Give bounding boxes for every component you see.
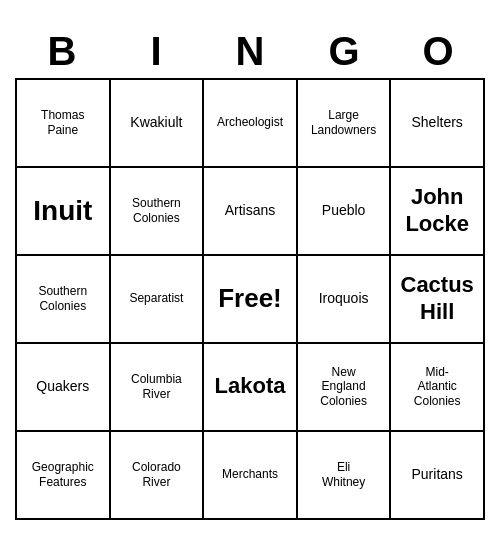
cell-11: Separatist (111, 256, 205, 344)
cell-16: ColumbiaRiver (111, 344, 205, 432)
cell-8: Pueblo (298, 168, 392, 256)
bingo-grid: ThomasPaine Kwakiult Archeologist LargeL… (15, 78, 485, 520)
header-n: N (206, 29, 294, 74)
cell-13: Iroquois (298, 256, 392, 344)
cell-12-free: Free! (204, 256, 298, 344)
header-i: I (112, 29, 200, 74)
cell-18: NewEnglandColonies (298, 344, 392, 432)
cell-6: SouthernColonies (111, 168, 205, 256)
cell-20: GeographicFeatures (17, 432, 111, 520)
cell-9: JohnLocke (391, 168, 485, 256)
cell-3: LargeLandowners (298, 80, 392, 168)
cell-2: Archeologist (204, 80, 298, 168)
cell-5: Inuit (17, 168, 111, 256)
cell-19: Mid-AtlanticColonies (391, 344, 485, 432)
header-o: O (394, 29, 482, 74)
cell-14: CactusHill (391, 256, 485, 344)
header-g: G (300, 29, 388, 74)
cell-17: Lakota (204, 344, 298, 432)
cell-0: ThomasPaine (17, 80, 111, 168)
cell-23: EliWhitney (298, 432, 392, 520)
cell-22: Merchants (204, 432, 298, 520)
cell-15: Quakers (17, 344, 111, 432)
cell-24: Puritans (391, 432, 485, 520)
cell-10: SouthernColonies (17, 256, 111, 344)
cell-7: Artisans (204, 168, 298, 256)
cell-4: Shelters (391, 80, 485, 168)
bingo-card: B I N G O ThomasPaine Kwakiult Archeolog… (15, 25, 485, 520)
cell-1: Kwakiult (111, 80, 205, 168)
header-b: B (18, 29, 106, 74)
cell-21: ColoradoRiver (111, 432, 205, 520)
bingo-header: B I N G O (15, 25, 485, 78)
